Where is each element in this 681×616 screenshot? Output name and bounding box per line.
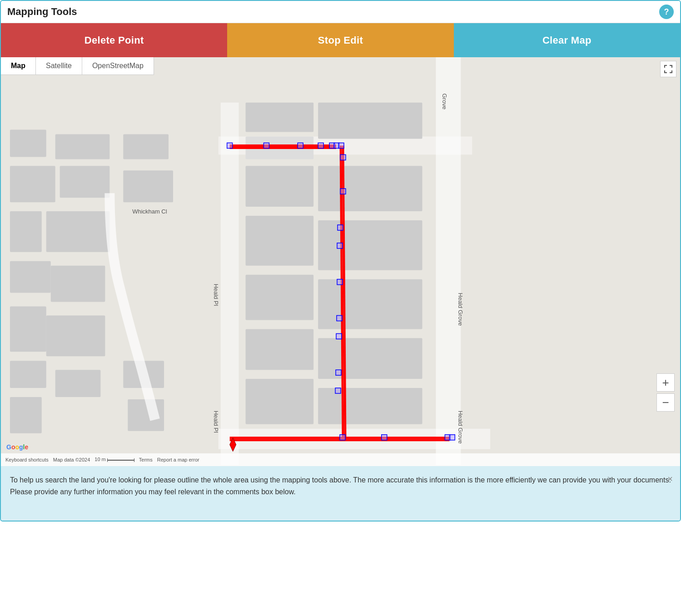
street-label-grove: Grove <box>441 94 448 109</box>
zoom-in-button[interactable]: + <box>656 373 675 392</box>
clear-map-button[interactable]: Clear Map <box>454 23 680 57</box>
svg-rect-28 <box>318 103 422 139</box>
map-footer: Keyboard shortcuts Map data ©2024 10 m T… <box>1 453 680 466</box>
scale-label: 10 m <box>94 457 134 462</box>
street-label-heald-pl-1: Heald Pl <box>213 284 219 306</box>
svg-rect-1 <box>221 103 239 465</box>
street-label-heald-grove-1: Heald Grove <box>457 293 464 326</box>
svg-rect-23 <box>246 166 314 207</box>
title-bar: Mapping Tools ? <box>1 1 680 23</box>
svg-rect-48 <box>340 189 346 194</box>
svg-rect-24 <box>246 216 314 266</box>
terms-link[interactable]: Terms <box>139 457 153 462</box>
svg-rect-31 <box>318 279 422 329</box>
map-data: Map data ©2024 <box>53 457 90 462</box>
svg-rect-47 <box>340 154 346 160</box>
svg-rect-33 <box>318 388 422 424</box>
street-label-heald-grove-2: Heald Grove <box>457 411 464 444</box>
tab-satellite[interactable]: Satellite <box>36 57 82 75</box>
svg-rect-18 <box>123 170 173 202</box>
svg-rect-6 <box>10 211 42 252</box>
report-link[interactable]: Report a map error <box>157 457 199 462</box>
keyboard-shortcuts[interactable]: Keyboard shortcuts <box>5 457 49 462</box>
tab-map[interactable]: Map <box>1 57 36 75</box>
info-bar: To help us search the land you're lookin… <box>1 466 680 521</box>
svg-rect-30 <box>318 220 422 270</box>
svg-rect-56 <box>340 435 345 440</box>
map-container[interactable]: Grove Whickham Cl Heald Pl Heald Grove H… <box>1 57 680 466</box>
svg-rect-59 <box>449 435 455 440</box>
map-svg: Grove Whickham Cl Heald Pl Heald Grove H… <box>1 57 680 465</box>
toolbar: Delete Point Stop Edit Clear Map <box>1 23 680 57</box>
svg-rect-14 <box>51 266 105 302</box>
svg-rect-17 <box>123 134 169 159</box>
svg-rect-55 <box>335 388 341 393</box>
svg-rect-52 <box>337 315 342 321</box>
svg-rect-25 <box>246 275 314 320</box>
svg-rect-9 <box>10 361 46 388</box>
svg-rect-0 <box>436 57 461 465</box>
map-tabs: Map Satellite OpenStreetMap <box>1 57 154 75</box>
svg-rect-26 <box>246 329 314 370</box>
help-icon[interactable]: ? <box>659 5 674 19</box>
svg-rect-53 <box>336 333 342 339</box>
svg-rect-57 <box>382 435 387 440</box>
svg-rect-42 <box>298 143 303 148</box>
fullscreen-button[interactable] <box>660 61 676 77</box>
svg-rect-40 <box>227 143 233 148</box>
svg-rect-54 <box>336 370 341 375</box>
svg-rect-43 <box>318 143 323 148</box>
app-container: Mapping Tools ? Delete Point Stop Edit C… <box>0 0 681 522</box>
fullscreen-icon <box>664 65 673 74</box>
svg-rect-15 <box>46 315 105 356</box>
street-label-heald-pl-2: Heald Pl <box>213 411 219 433</box>
zoom-controls: + − <box>656 373 675 412</box>
svg-rect-4 <box>10 130 46 157</box>
svg-rect-10 <box>10 397 42 433</box>
delete-point-button[interactable]: Delete Point <box>1 23 227 57</box>
page-title: Mapping Tools <box>7 6 77 18</box>
google-logo: Google <box>6 443 28 451</box>
tab-openstreetmap[interactable]: OpenStreetMap <box>82 57 154 75</box>
svg-rect-8 <box>10 307 46 352</box>
stop-edit-button[interactable]: Stop Edit <box>227 23 453 57</box>
svg-rect-13 <box>46 211 110 252</box>
svg-rect-5 <box>10 166 55 202</box>
zoom-out-button[interactable]: − <box>656 393 675 412</box>
svg-rect-12 <box>60 166 110 198</box>
svg-rect-46 <box>338 143 344 148</box>
svg-rect-16 <box>55 370 101 397</box>
svg-rect-41 <box>263 143 269 148</box>
info-text: To help us search the land you're lookin… <box>10 474 671 497</box>
svg-rect-21 <box>246 103 314 132</box>
svg-rect-7 <box>10 261 51 293</box>
svg-rect-49 <box>338 225 343 230</box>
street-label-whickham: Whickham Cl <box>132 208 167 215</box>
svg-rect-51 <box>337 279 343 285</box>
svg-rect-50 <box>337 243 343 248</box>
svg-rect-11 <box>55 134 110 159</box>
svg-rect-32 <box>318 338 422 379</box>
svg-rect-27 <box>246 379 314 424</box>
info-close-button[interactable]: × <box>667 472 673 486</box>
svg-rect-29 <box>318 166 422 211</box>
